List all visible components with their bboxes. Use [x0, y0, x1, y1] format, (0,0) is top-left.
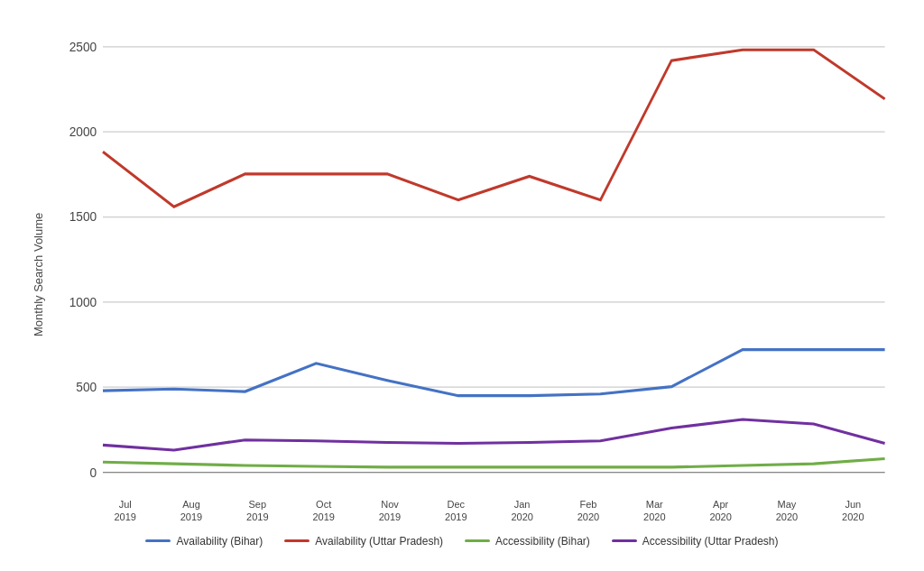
- x-label-apr2020: Apr2020: [688, 498, 753, 524]
- x-label-sep2019: Sep2019: [225, 498, 291, 524]
- legend-color-availability-bihar: [145, 539, 171, 542]
- legend-item-accessibility-bihar: Accessibility (Bihar): [465, 535, 590, 548]
- x-label-aug2019: Aug2019: [158, 498, 224, 524]
- legend-color-accessibility-up: [612, 539, 637, 542]
- x-label-oct2019: Oct2019: [291, 498, 356, 524]
- legend-label-availability-bihar: Availability (Bihar): [176, 535, 263, 548]
- svg-text:1000: 1000: [69, 294, 97, 309]
- x-label-may2020: May2020: [753, 498, 819, 524]
- x-label-mar2020: Mar2020: [622, 498, 688, 524]
- x-label-jul2019: Jul2019: [92, 498, 158, 524]
- series-availability-bihar: [103, 349, 885, 395]
- svg-text:0: 0: [90, 465, 97, 480]
- legend-item-accessibility-up: Accessibility (Uttar Pradesh): [612, 535, 779, 548]
- legend-label-accessibility-bihar: Accessibility (Bihar): [495, 535, 590, 548]
- svg-text:500: 500: [76, 379, 97, 394]
- series-accessibility-bihar: [103, 458, 885, 466]
- legend-label-availability-up: Availability (Uttar Pradesh): [315, 535, 443, 548]
- x-label-jan2020: Jan2020: [489, 498, 555, 524]
- legend-color-availability-up: [284, 539, 310, 542]
- x-axis-labels: Jul2019 Aug2019 Sep2019 Oct2019 Nov2019 …: [51, 498, 895, 524]
- svg-text:2500: 2500: [69, 39, 97, 54]
- legend-label-accessibility-up: Accessibility (Uttar Pradesh): [642, 535, 779, 548]
- x-label-jun2020: Jun2020: [820, 498, 886, 524]
- legend-item-availability-bihar: Availability (Bihar): [145, 535, 263, 548]
- x-label-feb2020: Feb2020: [555, 498, 621, 524]
- x-label-dec2019: Dec2019: [423, 498, 489, 524]
- legend-item-availability-up: Availability (Uttar Pradesh): [284, 535, 443, 548]
- series-accessibility-up: [103, 419, 885, 449]
- chart-legend: Availability (Bihar) Availability (Uttar…: [29, 535, 895, 548]
- chart-container: Monthly Search Volume 0 500 1000: [29, 24, 895, 548]
- y-axis-label: Monthly Search Volume: [29, 24, 47, 524]
- legend-color-accessibility-bihar: [465, 539, 490, 542]
- chart-svg: 0 500 1000 1500 2000 2500: [51, 24, 895, 494]
- series-availability-up: [103, 50, 885, 207]
- svg-text:2000: 2000: [69, 124, 97, 139]
- svg-text:1500: 1500: [69, 208, 97, 224]
- x-label-nov2019: Nov2019: [356, 498, 422, 524]
